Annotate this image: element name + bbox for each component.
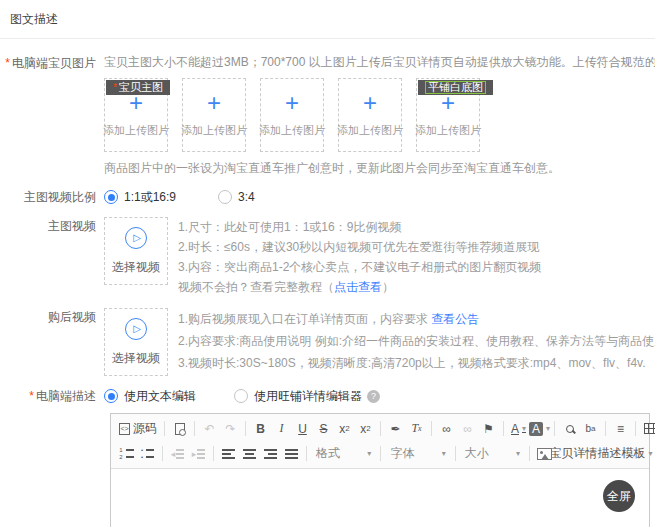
insert-table-button[interactable] (641, 419, 655, 439)
select-video-label: 选择视频 (112, 259, 160, 276)
required-mark: * (5, 56, 10, 70)
format-dropdown[interactable]: 格式▾ (313, 444, 374, 464)
upload-main-image-box[interactable]: *宝贝主图 + 添加上传图片 (104, 78, 168, 152)
radio-wangpu-editor[interactable] (234, 389, 248, 403)
fullscreen-button[interactable]: 全屏 (603, 480, 635, 512)
tip-size: 1.尺寸：此处可使用1：1或16：9比例视频 (178, 217, 541, 237)
table-icon (644, 423, 655, 434)
row-pc-description: *电脑端描述 使用文本编辑 使用旺铺详情编辑器 ? (0, 387, 655, 405)
outdent-icon: ◂ (171, 449, 185, 459)
align-right-button[interactable] (261, 444, 280, 464)
tip-tutorial: 视频不会拍？查看完整教程（点击查看） (178, 277, 541, 297)
select-post-video-box[interactable]: ▷ 选择视频 (104, 308, 168, 376)
strikethrough-button[interactable]: S (314, 419, 333, 439)
page-title: 图文描述 (0, 0, 655, 39)
play-icon: ▷ (125, 227, 147, 249)
align-left-icon (222, 449, 235, 459)
redo-icon: ↷ (225, 422, 235, 436)
format-painter-button[interactable]: ✒ (386, 419, 405, 439)
tutorial-link[interactable]: 点击查看 (334, 280, 382, 294)
help-icon[interactable]: ? (367, 390, 380, 403)
italic-button[interactable]: I (272, 419, 291, 439)
radio-ratio-1-1[interactable] (104, 190, 118, 204)
size-dropdown[interactable]: 大小▾ (462, 444, 523, 464)
upload-image-box[interactable]: + 添加上传图片 (182, 78, 246, 152)
indent-icon: ▸ (192, 449, 206, 459)
plus-icon: + (129, 92, 143, 114)
pc-description-label: *电脑端描述 (0, 387, 96, 405)
upload-image-box[interactable]: + 添加上传图片 (338, 78, 402, 152)
strikethrough-icon: S (319, 422, 327, 436)
source-code-button[interactable]: <>源码 (117, 419, 159, 439)
flag-icon: ⚑ (483, 422, 494, 436)
upload-white-bg-image-box[interactable]: 平铺白底图 + 添加上传图片 (416, 78, 480, 152)
format-painter-icon: ✒ (390, 422, 400, 436)
bullet-list-button[interactable]: •• (138, 444, 157, 464)
video-ratio-label: 主图视频比例 (0, 188, 96, 206)
radio-ratio-3-4[interactable] (218, 190, 232, 204)
caret-down-icon: ▾ (546, 424, 550, 433)
editor-content-area[interactable]: 全屏 (111, 469, 649, 527)
bg-color-button[interactable]: A▾ (530, 419, 549, 439)
play-icon: ▷ (125, 318, 147, 340)
tip-content: 3.内容：突出商品1-2个核心卖点，不建议电子相册式的图片翻页视频 (178, 257, 541, 277)
align-center-button[interactable] (240, 444, 259, 464)
subscript-button[interactable]: x2 (335, 419, 354, 439)
remove-link-button[interactable]: ∞ (458, 419, 477, 439)
bold-icon: B (256, 422, 265, 436)
underline-button[interactable]: U (293, 419, 312, 439)
tip-content-req: 2.内容要求:商品使用说明 例如:介绍一件商品的安装过程、使用教程、保养方法等与… (178, 330, 655, 352)
radio-text-editor[interactable] (104, 389, 118, 403)
tip-entry: 1.购后视频展现入口在订单详情页面，内容要求 查看公告 (178, 308, 655, 330)
post-video-tips: 1.购后视频展现入口在订单详情页面，内容要求 查看公告 2.内容要求:商品使用说… (178, 308, 655, 376)
upload-label: 添加上传图片 (337, 123, 403, 138)
tip-duration: 2.时长：≤60s，建议30秒以内短视频可优先在爱逛街等推荐频道展现 (178, 237, 541, 257)
row-post-video: 购后视频 ▷ 选择视频 1.购后视频展现入口在订单详情页面，内容要求 查看公告 … (0, 308, 655, 376)
clear-format-button[interactable]: Tx (407, 419, 426, 439)
redo-button[interactable]: ↷ (221, 419, 240, 439)
plus-icon: + (363, 92, 377, 114)
rich-text-editor: <>源码 ↶ ↷ B I U S x2 x2 ✒ Tx ∞ ∞ ⚑ (110, 413, 650, 527)
font-color-button[interactable]: A▾ (509, 419, 528, 439)
bullet-list-icon: •• (141, 448, 154, 459)
paragraph-icon: ≡ (617, 422, 624, 436)
upload-label: 添加上传图片 (415, 123, 481, 138)
anchor-button[interactable]: ⚑ (479, 419, 498, 439)
radio-ratio-3-4-label[interactable]: 3:4 (238, 190, 255, 204)
superscript-button[interactable]: x2 (356, 419, 375, 439)
search-button[interactable] (560, 419, 579, 439)
product-images-label: *电脑端宝贝图片 (0, 54, 96, 177)
underline-icon: U (298, 422, 307, 436)
upload-label: 添加上传图片 (181, 123, 247, 138)
source-code-icon: <> (119, 423, 130, 435)
ordered-list-button[interactable]: 12 (117, 444, 136, 464)
paragraph-spacing-button[interactable]: ≡ (611, 419, 630, 439)
undo-button[interactable]: ↶ (200, 419, 219, 439)
radio-wangpu-editor-label[interactable]: 使用旺铺详情编辑器 (254, 388, 362, 405)
caret-down-icon: ▾ (649, 449, 653, 458)
select-main-video-box[interactable]: ▷ 选择视频 (104, 217, 168, 285)
main-image-badge: *宝贝主图 (106, 80, 170, 95)
select-video-label: 选择视频 (112, 350, 160, 367)
align-justify-button[interactable] (282, 444, 301, 464)
preview-button[interactable] (170, 419, 189, 439)
upload-image-box[interactable]: + 添加上传图片 (260, 78, 324, 152)
unlink-icon: ∞ (463, 422, 472, 436)
radio-ratio-1-1-label[interactable]: 1:1或16:9 (124, 189, 176, 206)
product-images-description: 宝贝主图大小不能超过3MB；700*700 以上图片上传后宝贝详情页自动提供放大… (104, 54, 655, 71)
detail-template-button[interactable]: 宝贝详情描述模板▾ (559, 444, 643, 464)
font-dropdown[interactable]: 字体▾ (387, 444, 448, 464)
insert-link-button[interactable]: ∞ (437, 419, 456, 439)
link-icon: ∞ (442, 422, 451, 436)
radio-text-editor-label[interactable]: 使用文本编辑 (124, 388, 196, 405)
upload-label: 添加上传图片 (103, 123, 169, 138)
align-left-button[interactable] (219, 444, 238, 464)
replace-button[interactable]: ba (581, 419, 600, 439)
font-color-icon: A (511, 422, 519, 436)
outdent-button[interactable]: ◂ (168, 444, 187, 464)
announcement-link[interactable]: 查看公告 (431, 312, 479, 326)
image-icon (537, 448, 552, 460)
bold-button[interactable]: B (251, 419, 270, 439)
indent-button[interactable]: ▸ (189, 444, 208, 464)
bg-color-icon: A (529, 422, 543, 436)
